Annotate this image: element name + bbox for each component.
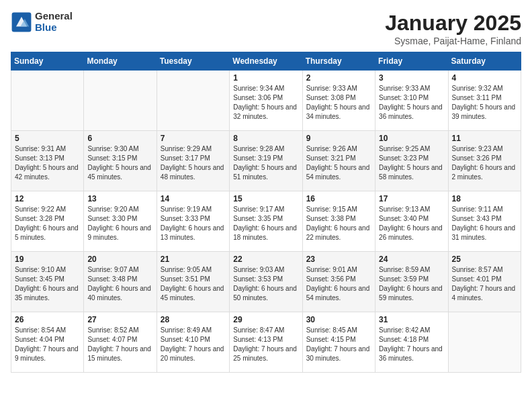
calendar-cell: 15Sunrise: 9:17 AMSunset: 3:35 PMDayligh… xyxy=(230,191,302,252)
logo-blue: Blue xyxy=(35,22,73,34)
day-info: Daylight: 7 hours and 20 minutes. xyxy=(161,345,226,363)
day-info: Sunset: 3:56 PM xyxy=(306,275,371,284)
calendar-header: SundayMondayTuesdayWednesdayThursdayFrid… xyxy=(11,52,521,71)
day-info: Sunrise: 9:25 AM xyxy=(379,144,444,154)
day-info: Daylight: 6 hours and 26 minutes. xyxy=(379,224,444,242)
day-info: Daylight: 6 hours and 45 minutes. xyxy=(161,284,226,303)
day-info: Sunrise: 8:57 AM xyxy=(452,265,517,275)
calendar-cell: 4Sunrise: 9:32 AMSunset: 3:11 PMDaylight… xyxy=(448,71,521,131)
calendar-cell: 6Sunrise: 9:30 AMSunset: 3:15 PMDaylight… xyxy=(84,131,157,191)
day-info: Daylight: 5 hours and 42 minutes. xyxy=(15,163,80,182)
calendar-cell: 22Sunrise: 9:03 AMSunset: 3:53 PMDayligh… xyxy=(230,252,302,312)
calendar-cell: 25Sunrise: 8:57 AMSunset: 4:01 PMDayligh… xyxy=(448,252,521,312)
day-info: Sunset: 4:18 PM xyxy=(379,335,444,345)
day-info: Sunrise: 8:49 AM xyxy=(161,326,226,335)
day-number: 3 xyxy=(379,73,444,83)
day-info: Daylight: 6 hours and 13 minutes. xyxy=(161,224,226,242)
calendar-cell xyxy=(157,71,229,131)
day-info: Sunrise: 9:10 AM xyxy=(15,265,80,275)
day-info: Sunset: 4:07 PM xyxy=(87,335,152,345)
day-number: 31 xyxy=(379,315,444,324)
day-info: Daylight: 5 hours and 32 minutes. xyxy=(233,103,298,122)
calendar-cell: 26Sunrise: 8:54 AMSunset: 4:04 PMDayligh… xyxy=(11,312,84,373)
calendar-cell: 20Sunrise: 9:07 AMSunset: 3:48 PMDayligh… xyxy=(84,252,157,312)
logo-general: General xyxy=(35,11,73,22)
calendar-cell: 29Sunrise: 8:47 AMSunset: 4:13 PMDayligh… xyxy=(230,312,302,373)
calendar-week-row: 19Sunrise: 9:10 AMSunset: 3:45 PMDayligh… xyxy=(11,252,521,312)
day-info: Sunrise: 9:15 AM xyxy=(306,205,371,214)
day-info: Sunrise: 9:13 AM xyxy=(379,205,444,214)
day-info: Sunrise: 8:45 AM xyxy=(306,326,371,335)
day-number: 30 xyxy=(306,315,371,324)
calendar-week-row: 5Sunrise: 9:31 AMSunset: 3:13 PMDaylight… xyxy=(11,131,521,191)
calendar-cell: 27Sunrise: 8:52 AMSunset: 4:07 PMDayligh… xyxy=(84,312,157,373)
day-number: 28 xyxy=(161,315,226,324)
title-area: January 2025 Sysmae, Paijat-Hame, Finlan… xyxy=(385,11,521,46)
day-info: Daylight: 5 hours and 36 minutes. xyxy=(379,103,444,122)
day-number: 27 xyxy=(87,315,152,324)
day-number: 1 xyxy=(233,73,298,83)
calendar-cell: 14Sunrise: 9:19 AMSunset: 3:33 PMDayligh… xyxy=(157,191,229,252)
day-number: 8 xyxy=(233,134,298,143)
logo-icon xyxy=(11,11,32,33)
day-info: Sunrise: 9:03 AM xyxy=(233,265,298,275)
calendar-week-row: 1Sunrise: 9:34 AMSunset: 3:06 PMDaylight… xyxy=(11,71,521,131)
day-info: Sunset: 3:45 PM xyxy=(15,275,80,284)
day-info: Daylight: 7 hours and 9 minutes. xyxy=(15,345,80,363)
day-info: Sunrise: 9:26 AM xyxy=(306,144,371,154)
day-info: Sunrise: 9:19 AM xyxy=(161,205,226,214)
day-info: Sunrise: 8:59 AM xyxy=(379,265,444,275)
calendar-cell: 1Sunrise: 9:34 AMSunset: 3:06 PMDaylight… xyxy=(230,71,302,131)
day-info: Sunrise: 8:52 AM xyxy=(87,326,152,335)
day-info: Daylight: 6 hours and 50 minutes. xyxy=(233,284,298,303)
weekday-header-tuesday: Tuesday xyxy=(157,52,229,71)
day-info: Sunset: 3:40 PM xyxy=(379,214,444,224)
weekday-header-wednesday: Wednesday xyxy=(230,52,302,71)
day-number: 2 xyxy=(306,73,371,83)
day-number: 24 xyxy=(379,255,444,264)
calendar-cell: 16Sunrise: 9:15 AMSunset: 3:38 PMDayligh… xyxy=(302,191,375,252)
day-info: Daylight: 5 hours and 58 minutes. xyxy=(379,163,444,182)
calendar-cell: 5Sunrise: 9:31 AMSunset: 3:13 PMDaylight… xyxy=(11,131,84,191)
day-info: Sunrise: 8:54 AM xyxy=(15,326,80,335)
calendar-cell: 31Sunrise: 8:42 AMSunset: 4:18 PMDayligh… xyxy=(375,312,448,373)
day-info: Sunset: 3:35 PM xyxy=(233,214,298,224)
day-info: Sunrise: 9:29 AM xyxy=(161,144,226,154)
day-info: Daylight: 5 hours and 45 minutes. xyxy=(87,163,152,182)
day-info: Daylight: 5 hours and 54 minutes. xyxy=(306,163,371,182)
calendar-cell: 2Sunrise: 9:33 AMSunset: 3:08 PMDaylight… xyxy=(302,71,375,131)
calendar-cell: 10Sunrise: 9:25 AMSunset: 3:23 PMDayligh… xyxy=(375,131,448,191)
day-number: 5 xyxy=(15,134,80,143)
day-info: Sunset: 3:38 PM xyxy=(306,214,371,224)
day-info: Sunset: 3:43 PM xyxy=(452,214,517,224)
day-info: Sunset: 3:13 PM xyxy=(15,154,80,163)
calendar-body: 1Sunrise: 9:34 AMSunset: 3:06 PMDaylight… xyxy=(11,71,521,373)
day-info: Daylight: 6 hours and 35 minutes. xyxy=(15,284,80,303)
day-info: Sunrise: 9:32 AM xyxy=(452,84,517,93)
calendar-cell: 21Sunrise: 9:05 AMSunset: 3:51 PMDayligh… xyxy=(157,252,229,312)
day-info: Sunrise: 9:07 AM xyxy=(87,265,152,275)
day-info: Sunrise: 9:01 AM xyxy=(306,265,371,275)
day-number: 22 xyxy=(233,255,298,264)
day-info: Sunset: 4:01 PM xyxy=(452,275,517,284)
day-info: Sunrise: 9:20 AM xyxy=(87,205,152,214)
calendar-cell: 19Sunrise: 9:10 AMSunset: 3:45 PMDayligh… xyxy=(11,252,84,312)
day-info: Daylight: 7 hours and 15 minutes. xyxy=(87,345,152,363)
calendar-week-row: 12Sunrise: 9:22 AMSunset: 3:28 PMDayligh… xyxy=(11,191,521,252)
calendar-cell: 30Sunrise: 8:45 AMSunset: 4:15 PMDayligh… xyxy=(302,312,375,373)
day-info: Sunrise: 9:30 AM xyxy=(87,144,152,154)
day-info: Sunset: 4:13 PM xyxy=(233,335,298,345)
day-number: 21 xyxy=(161,255,226,264)
day-info: Sunrise: 9:11 AM xyxy=(452,205,517,214)
day-info: Sunset: 3:08 PM xyxy=(306,93,371,103)
day-info: Daylight: 7 hours and 25 minutes. xyxy=(233,345,298,363)
day-info: Daylight: 6 hours and 18 minutes. xyxy=(233,224,298,242)
day-info: Sunset: 3:15 PM xyxy=(87,154,152,163)
day-number: 13 xyxy=(87,194,152,203)
calendar-cell: 23Sunrise: 9:01 AMSunset: 3:56 PMDayligh… xyxy=(302,252,375,312)
day-info: Daylight: 6 hours and 2 minutes. xyxy=(452,163,517,182)
day-info: Sunrise: 9:22 AM xyxy=(15,205,80,214)
day-info: Daylight: 6 hours and 59 minutes. xyxy=(379,284,444,303)
day-info: Sunset: 3:11 PM xyxy=(452,93,517,103)
day-info: Daylight: 6 hours and 40 minutes. xyxy=(87,284,152,303)
